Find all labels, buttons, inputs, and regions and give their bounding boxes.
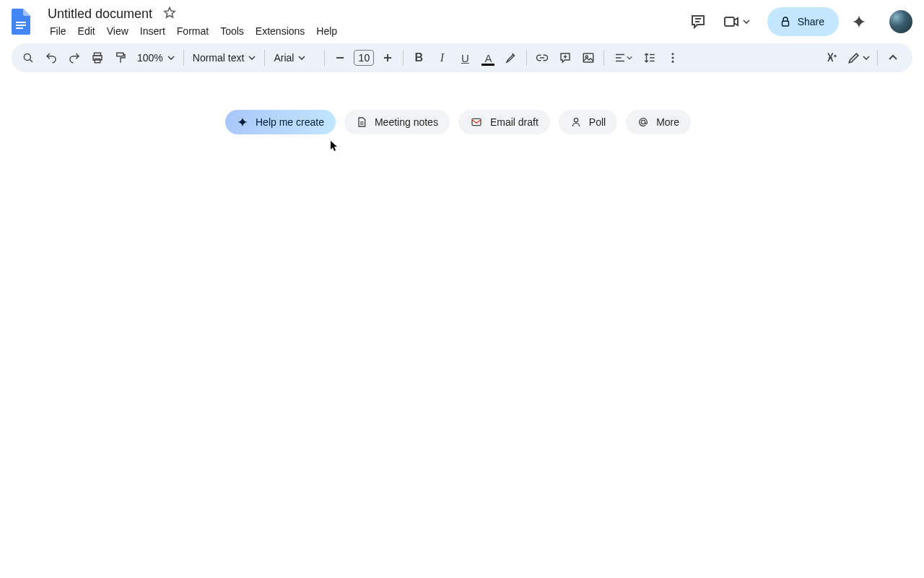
redo-icon[interactable] [64,47,85,69]
insert-link-button[interactable] [531,47,553,69]
poll-icon [570,116,582,128]
svg-rect-1 [16,25,26,26]
insert-image-button[interactable] [578,47,599,69]
svg-point-7 [24,53,30,60]
caret-down-icon [863,54,870,61]
chip-poll[interactable]: Poll [559,110,617,134]
svg-rect-0 [16,22,26,23]
svg-point-35 [642,120,645,124]
document-icon [356,116,367,128]
share-label: Share [798,16,824,27]
more-toolbar-button[interactable] [662,47,684,69]
highlight-color-button[interactable] [500,47,522,69]
document-canvas[interactable]: Help me create Meeting notes Email draft… [0,72,924,572]
mouse-cursor-icon [330,140,339,152]
caret-down-icon [248,54,256,61]
menu-extensions[interactable]: Extensions [250,24,310,38]
svg-rect-5 [725,17,734,26]
email-icon [470,116,483,128]
chip-more[interactable]: More [626,110,691,134]
collapse-toolbar-button[interactable] [882,47,904,69]
header: Untitled document File Edit View Insert … [0,0,924,43]
menu-bar: File Edit View Insert Format Tools Exten… [45,24,342,38]
chip-label: Meeting notes [375,116,438,128]
chip-help-me-create[interactable]: Help me create [225,110,336,134]
caret-down-icon [298,54,305,61]
chip-meeting-notes[interactable]: Meeting notes [344,110,450,134]
svg-point-34 [574,118,578,122]
star-icon[interactable] [162,6,177,22]
chip-label: Poll [589,116,606,128]
svg-point-29 [672,61,674,63]
add-comment-button[interactable] [554,47,576,69]
menu-tools[interactable]: Tools [215,24,249,38]
caret-down-icon [627,55,632,61]
menu-help[interactable]: Help [311,24,342,38]
paragraph-style-select[interactable]: Normal text [188,47,261,69]
style-value: Normal text [193,52,245,64]
suggestion-chip-row: Help me create Meeting notes Email draft… [225,110,691,134]
document-title[interactable]: Untitled document [45,5,155,22]
sparkle-icon [237,116,248,128]
decrease-font-size-button[interactable] [329,47,351,69]
zoom-select[interactable]: 100% [133,47,179,69]
chip-email-draft[interactable]: Email draft [458,110,550,134]
chip-label: More [656,116,679,128]
print-icon[interactable] [87,47,108,69]
svg-point-28 [672,57,674,59]
search-menus-icon[interactable] [17,47,39,69]
font-size-input[interactable]: 10 [354,50,374,66]
caret-down-icon [167,54,175,61]
ai-suggest-icon[interactable] [821,47,842,69]
menu-view[interactable]: View [102,24,134,38]
docs-logo-icon[interactable] [7,7,36,36]
svg-line-8 [30,59,32,62]
increase-font-size-button[interactable] [377,47,398,69]
svg-rect-12 [117,53,123,56]
svg-rect-19 [584,53,594,62]
account-avatar[interactable] [889,10,912,33]
line-spacing-button[interactable] [639,47,661,69]
chip-label: Email draft [490,116,539,128]
text-color-button[interactable]: A [477,47,499,69]
share-button[interactable]: Share [767,7,839,36]
bold-button[interactable]: B [408,47,430,69]
at-icon [637,116,649,128]
font-value: Arial [274,52,294,64]
zoom-value: 100% [137,52,163,64]
underline-button[interactable]: U [454,47,476,69]
toolbar: 100% Normal text Arial 10 B I U A [12,43,912,72]
svg-rect-6 [782,21,788,26]
svg-rect-33 [472,118,481,125]
editing-mode-button[interactable] [844,51,873,65]
font-select[interactable]: Arial [269,47,320,69]
menu-edit[interactable]: Edit [73,24,100,38]
comments-icon[interactable] [684,7,712,36]
menu-format[interactable]: Format [172,24,214,38]
svg-point-27 [672,53,674,55]
menu-insert[interactable]: Insert [135,24,170,38]
undo-icon[interactable] [40,47,62,69]
gemini-icon[interactable] [845,7,873,36]
menu-file[interactable]: File [45,24,71,38]
chip-label: Help me create [256,116,324,128]
meet-button[interactable] [718,13,754,30]
align-button[interactable] [609,47,637,69]
italic-button[interactable]: I [431,47,453,69]
lock-icon [779,15,792,28]
svg-rect-2 [16,27,23,29]
caret-down-icon [743,18,750,25]
paint-format-icon[interactable] [110,47,131,69]
